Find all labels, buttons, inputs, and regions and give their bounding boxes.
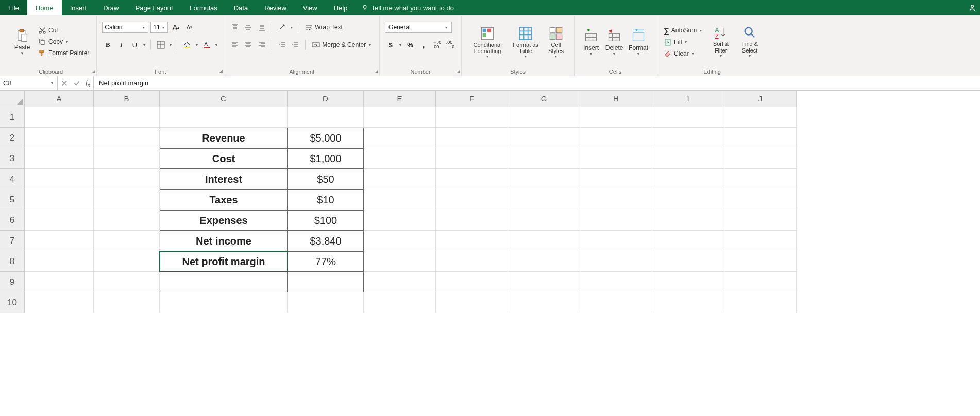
cell-D7[interactable]: $3,840 [288,231,364,251]
shrink-font-button[interactable]: A▾ [183,22,195,33]
cell-A5[interactable] [25,189,94,210]
font-name-select[interactable]: Calibri▾ [102,22,148,33]
cell-A4[interactable] [25,169,94,189]
increase-decimal-button[interactable]: ←.0.00 [431,39,443,50]
cell-G8[interactable] [508,251,580,272]
select-all-corner[interactable] [0,91,25,107]
cell-F7[interactable] [436,231,508,251]
cell-C7[interactable]: Net income [160,231,288,251]
row-header-2[interactable]: 2 [0,128,25,148]
cell-H6[interactable] [580,210,652,231]
grow-font-button[interactable]: A▴ [170,22,181,33]
cell-B1[interactable] [94,107,160,128]
cell-B9[interactable] [94,272,160,292]
cell-C6[interactable]: Expenses [160,210,288,231]
col-header-I[interactable]: I [652,91,724,107]
cell-G1[interactable] [508,107,580,128]
cell-I3[interactable] [652,148,724,169]
col-header-G[interactable]: G [508,91,580,107]
row-header-9[interactable]: 9 [0,272,25,292]
row-header-5[interactable]: 5 [0,189,25,210]
accounting-button[interactable]: $ [385,39,396,50]
cell-J7[interactable] [724,231,797,251]
cell-C9[interactable] [160,272,288,292]
row-header-3[interactable]: 3 [0,148,25,169]
tell-me-search[interactable]: Tell me what you want to do [361,0,454,15]
cell-F9[interactable] [436,272,508,292]
cell-G3[interactable] [508,148,580,169]
font-color-button[interactable]: A [201,39,212,50]
cell-E8[interactable] [364,251,436,272]
tab-formulas[interactable]: Formulas [181,0,226,15]
cell-E6[interactable] [364,210,436,231]
col-header-E[interactable]: E [364,91,436,107]
fill-button[interactable]: Fill▾ [662,37,705,47]
col-header-A[interactable]: A [25,91,94,107]
number-format-select[interactable]: General▾ [385,22,452,33]
cell-J9[interactable] [724,272,797,292]
name-box[interactable]: C8▾ [0,76,58,90]
cell-J8[interactable] [724,251,797,272]
cell-E7[interactable] [364,231,436,251]
cell-D9[interactable] [288,272,364,292]
cell-J10[interactable] [724,292,797,313]
paste-button[interactable]: Paste ▼ [10,19,34,65]
cell-C1[interactable] [160,107,288,128]
orientation-button[interactable] [276,22,288,33]
cell-F1[interactable] [436,107,508,128]
indent-button[interactable] [290,39,301,50]
align-right-button[interactable] [256,39,267,50]
cell-B8[interactable] [94,251,160,272]
cell-F5[interactable] [436,189,508,210]
cell-J4[interactable] [724,169,797,189]
cell-F6[interactable] [436,210,508,231]
cell-C4[interactable]: Interest [160,169,288,189]
autosum-button[interactable]: ∑AutoSum▾ [662,25,705,36]
cell-B5[interactable] [94,189,160,210]
cell-I1[interactable] [652,107,724,128]
cell-E10[interactable] [364,292,436,313]
cell-J2[interactable] [724,128,797,148]
format-painter-button[interactable]: Format Painter [36,48,91,58]
cell-D3[interactable]: $1,000 [288,148,364,169]
row-header-1[interactable]: 1 [0,107,25,128]
cell-styles-button[interactable]: Cell Styles▾ [543,19,569,66]
cell-G5[interactable] [508,189,580,210]
col-header-F[interactable]: F [436,91,508,107]
cell-C2[interactable]: Revenue [160,128,288,148]
cell-I2[interactable] [652,128,724,148]
cell-H9[interactable] [580,272,652,292]
col-header-B[interactable]: B [94,91,160,107]
cell-H7[interactable] [580,231,652,251]
cell-G4[interactable] [508,169,580,189]
cell-A9[interactable] [25,272,94,292]
format-cells-button[interactable]: Format▾ [626,19,651,66]
format-as-table-button[interactable]: Format as Table▾ [508,19,543,66]
row-header-4[interactable]: 4 [0,169,25,189]
cell-D1[interactable] [288,107,364,128]
number-launcher[interactable]: ◢ [457,68,460,74]
cell-F10[interactable] [436,292,508,313]
cell-J3[interactable] [724,148,797,169]
cell-C8[interactable]: Net profit margin [160,251,288,272]
cell-D10[interactable] [288,292,364,313]
col-header-C[interactable]: C [160,91,288,107]
cell-A2[interactable] [25,128,94,148]
cell-I4[interactable] [652,169,724,189]
underline-button[interactable]: U [129,39,140,50]
col-header-D[interactable]: D [288,91,364,107]
cell-H10[interactable] [580,292,652,313]
cell-B3[interactable] [94,148,160,169]
wrap-text-button[interactable]: Wrap Text [302,22,345,32]
delete-cells-button[interactable]: Delete▾ [602,19,626,66]
cell-G10[interactable] [508,292,580,313]
cell-B4[interactable] [94,169,160,189]
cell-F8[interactable] [436,251,508,272]
borders-button[interactable] [155,39,166,50]
cell-H2[interactable] [580,128,652,148]
comma-button[interactable]: , [418,39,429,50]
cell-D5[interactable]: $10 [288,189,364,210]
row-header-6[interactable]: 6 [0,210,25,231]
outdent-button[interactable] [276,39,288,50]
tab-home[interactable]: Home [27,0,62,15]
